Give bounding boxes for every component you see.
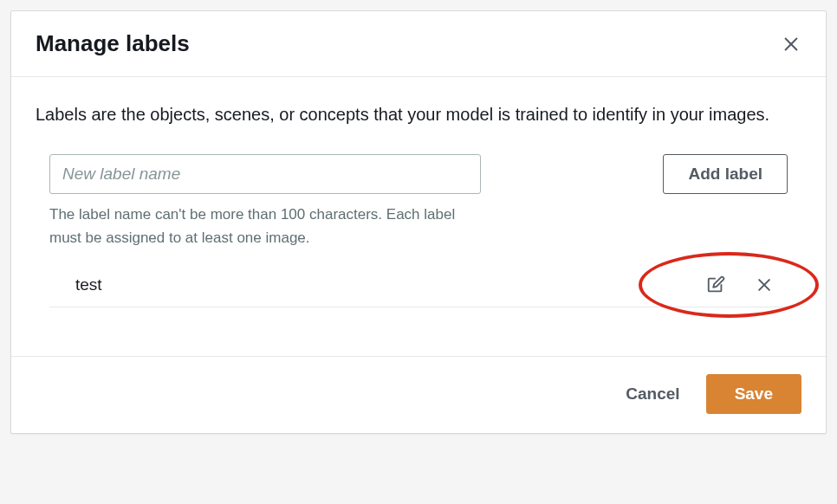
modal-title: Manage labels bbox=[36, 30, 190, 57]
helper-text: The label name can't be more than 100 ch… bbox=[49, 203, 481, 249]
close-button[interactable] bbox=[781, 34, 801, 55]
modal-body: Labels are the objects, scenes, or conce… bbox=[11, 77, 826, 311]
label-actions bbox=[706, 275, 774, 294]
edit-label-button[interactable] bbox=[706, 275, 725, 294]
save-button[interactable]: Save bbox=[706, 374, 801, 414]
modal-footer: Cancel Save bbox=[11, 356, 826, 433]
label-input-column: The label name can't be more than 100 ch… bbox=[49, 154, 481, 249]
close-icon bbox=[782, 35, 801, 54]
edit-icon bbox=[706, 275, 725, 294]
label-row: test bbox=[49, 263, 788, 307]
modal-header: Manage labels bbox=[11, 11, 826, 77]
label-input-row: The label name can't be more than 100 ch… bbox=[36, 154, 801, 249]
close-icon bbox=[756, 276, 773, 294]
new-label-input[interactable] bbox=[49, 154, 481, 194]
cancel-button[interactable]: Cancel bbox=[626, 384, 679, 404]
modal-description: Labels are the objects, scenes, or conce… bbox=[36, 101, 801, 128]
manage-labels-modal: Manage labels Labels are the objects, sc… bbox=[10, 10, 827, 434]
delete-label-button[interactable] bbox=[755, 275, 774, 294]
add-label-button[interactable]: Add label bbox=[663, 154, 788, 194]
label-name: test bbox=[75, 275, 102, 294]
